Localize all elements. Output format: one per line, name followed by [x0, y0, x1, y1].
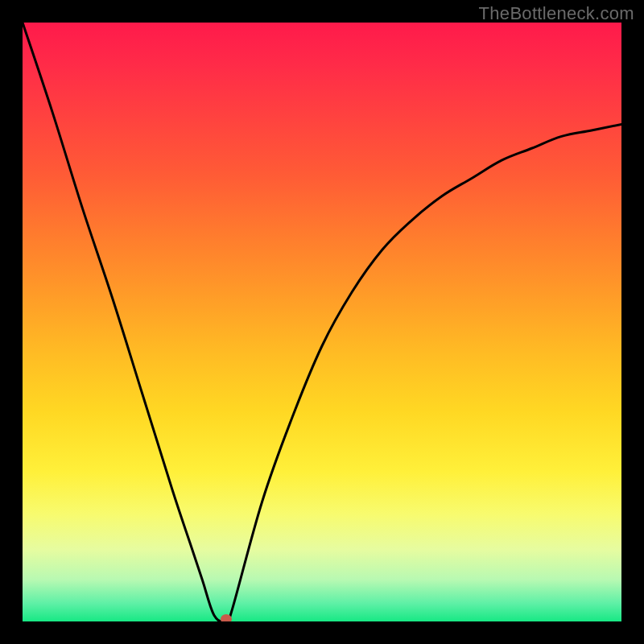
bottleneck-curve-chart	[23, 23, 621, 621]
gradient-background	[23, 23, 621, 621]
plot-area	[23, 23, 621, 621]
watermark-text: TheBottleneck.com	[479, 3, 634, 24]
chart-frame: TheBottleneck.com	[0, 0, 644, 644]
